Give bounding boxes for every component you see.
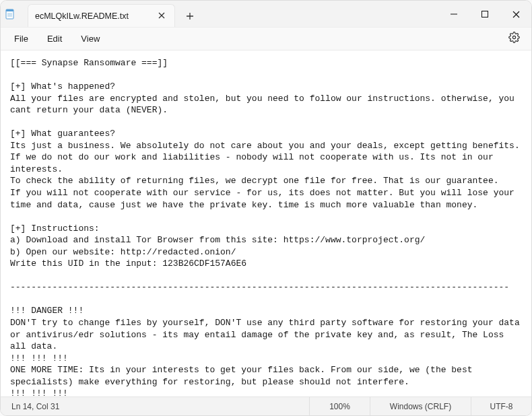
close-tab-icon[interactable]: [156, 10, 168, 22]
tab-active[interactable]: ecMLQkILw.README.txt: [28, 4, 175, 27]
statusbar: Ln 14, Col 31 100% Windows (CRLF) UTF-8: [1, 396, 531, 415]
menubar: File Edit View: [1, 28, 531, 50]
status-encoding[interactable]: UTF-8: [471, 397, 531, 415]
menu-edit[interactable]: Edit: [38, 30, 71, 47]
status-zoom[interactable]: 100%: [309, 397, 370, 415]
new-tab-button[interactable]: [180, 7, 199, 26]
tab-title: ecMLQkILw.README.txt: [35, 11, 129, 21]
notepad-window: ecMLQkILw.README.txt File Edit Vi: [0, 0, 532, 416]
menu-file[interactable]: File: [5, 30, 38, 47]
status-line-ending[interactable]: Windows (CRLF): [370, 397, 471, 415]
minimize-button[interactable]: [438, 1, 469, 28]
maximize-button[interactable]: [469, 1, 500, 28]
svg-rect-1: [6, 9, 13, 11]
svg-point-13: [512, 36, 515, 38]
text-content[interactable]: [[=== Synapse Ransomware ===]] [+] What'…: [10, 57, 522, 396]
gear-icon: [508, 32, 520, 46]
titlebar: ecMLQkILw.README.txt: [1, 1, 531, 28]
tabs-area: ecMLQkILw.README.txt: [15, 1, 199, 27]
status-position: Ln 14, Col 31: [1, 402, 309, 411]
close-window-button[interactable]: [500, 1, 531, 28]
settings-button[interactable]: [503, 28, 525, 50]
menu-view[interactable]: View: [71, 30, 109, 47]
window-controls: [438, 1, 531, 27]
text-area-container: [[=== Synapse Ransomware ===]] [+] What'…: [1, 50, 531, 396]
notepad-app-icon: [5, 9, 15, 20]
svg-rect-10: [482, 11, 488, 18]
